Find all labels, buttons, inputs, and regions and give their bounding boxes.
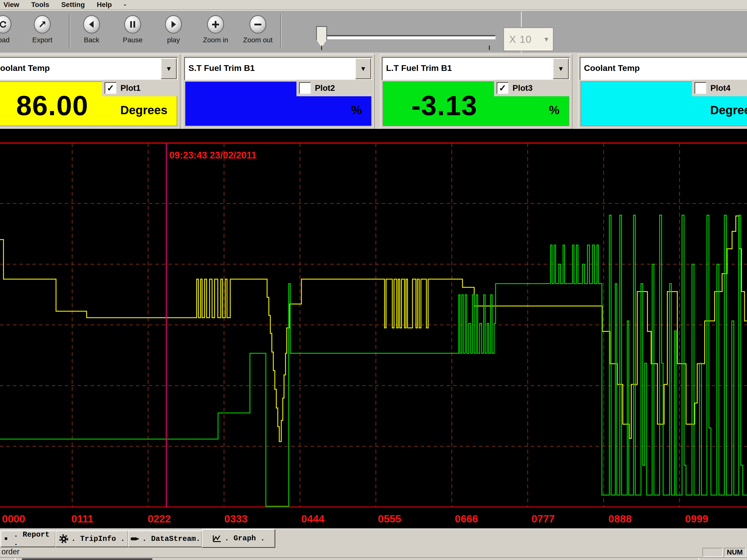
gear-icon	[59, 534, 69, 544]
plus-icon	[211, 19, 221, 29]
back-button[interactable]: Back	[73, 15, 110, 44]
plot-checkbox-label: Plot3	[513, 83, 533, 93]
status-panel-empty	[702, 548, 723, 557]
report-dot-icon	[1, 534, 11, 544]
status-text: order	[1, 547, 19, 556]
tab-graph[interactable]: . Graph .	[202, 529, 275, 548]
parameter-name: L.T Fuel Trim B1	[386, 58, 552, 78]
x-axis-label: 0444	[301, 513, 325, 525]
plot-toggle: Plot4	[692, 80, 747, 96]
button-label: load	[0, 36, 22, 44]
menu-item-help[interactable]: Help	[93, 1, 121, 9]
status-bar: order NUM	[0, 547, 747, 557]
horizontal-scrollbar[interactable]	[0, 557, 747, 560]
minus-icon	[253, 19, 263, 29]
plot-checkbox[interactable]: ✓	[496, 82, 509, 94]
button-label: play	[155, 36, 192, 44]
button-face[interactable]	[165, 15, 182, 33]
x-axis-label: 0222	[148, 513, 171, 525]
menu-item-tools[interactable]: Tools	[28, 1, 58, 9]
x-axis-label: 0666	[455, 513, 478, 525]
button-face[interactable]	[0, 15, 11, 33]
button-label: Pause	[114, 36, 151, 44]
scrollbar-thumb[interactable]	[22, 558, 152, 560]
graph-canvas[interactable]: 09:23:43 23/02/2011000001110222033304440…	[0, 129, 747, 528]
chart-icon	[212, 533, 222, 543]
tab-label: . Report .	[14, 530, 55, 547]
plot-checkbox[interactable]: ✓	[105, 82, 117, 94]
parameter-unit: Degrees	[120, 103, 167, 117]
plot-checkbox[interactable]	[299, 82, 311, 94]
x-axis-label: 0555	[378, 513, 401, 525]
tab-tripinfo[interactable]: . TripInfo .	[55, 530, 128, 547]
x-axis-label: 0333	[224, 513, 248, 525]
chevron-down-icon[interactable]: ▼	[161, 58, 177, 79]
parameter-select[interactable]: Coolant Temp▼	[580, 57, 747, 80]
zoom-out-button[interactable]: Zoom out	[239, 15, 277, 44]
plot-toggle: ✓Plot3	[494, 80, 570, 96]
slider-tick-left	[321, 46, 322, 50]
tab-datastream[interactable]: . DataStream.	[128, 530, 202, 547]
plot-panel-row: Coolant Temp▼86.00Degrees✓Plot1S.T Fuel …	[0, 53, 747, 129]
plot-panel-2: S.T Fuel Trim B1▼%Plot2	[182, 54, 374, 129]
x-axis-label: 0888	[608, 513, 632, 525]
parameter-select[interactable]: L.T Fuel Trim B1▼	[382, 57, 570, 80]
button-label: Export	[24, 36, 61, 44]
button-face[interactable]	[83, 15, 100, 33]
menu-item-setting[interactable]: Setting	[58, 1, 93, 9]
toolbar-separator	[69, 14, 70, 48]
timeline-slider-track[interactable]	[324, 35, 496, 39]
menu-item-view[interactable]: View	[0, 1, 28, 9]
toolbar-separator	[280, 14, 282, 48]
tab-report[interactable]: . Report .	[0, 530, 56, 547]
parameter-select[interactable]: Coolant Temp▼	[0, 57, 178, 80]
chevron-down-icon[interactable]: ▼	[541, 35, 552, 43]
divider	[521, 12, 522, 27]
pause-bars-icon	[128, 19, 138, 29]
button-face[interactable]	[250, 15, 266, 33]
plot-checkbox-label: Plot2	[315, 83, 335, 93]
export-arrow-icon	[37, 19, 47, 29]
button-face[interactable]	[34, 15, 51, 33]
reload-arrow-icon	[0, 19, 8, 29]
tab-bar: . Report .. TripInfo .. DataStream.. Gra…	[0, 528, 747, 548]
export-button[interactable]: Export	[24, 15, 61, 44]
button-face[interactable]	[124, 15, 141, 33]
plot-checkbox-label: Plot4	[711, 83, 730, 93]
button-face[interactable]	[207, 15, 224, 33]
button-label: Zoom out	[239, 36, 277, 44]
button-label: Back	[73, 36, 110, 44]
parameter-select[interactable]: S.T Fuel Trim B1▼	[184, 57, 372, 80]
parameter-name: Coolant Temp	[584, 58, 747, 78]
slider-tick-right	[489, 46, 490, 50]
parameter-value: 86.00	[0, 89, 106, 122]
chevron-down-icon[interactable]: ▼	[355, 58, 371, 79]
x-axis-label: 0777	[532, 513, 555, 525]
parameter-unit: Degrees	[710, 103, 747, 117]
button-label: Zoom in	[197, 36, 234, 44]
x-axis-label: 0999	[685, 513, 708, 525]
menu-bar: ViewToolsSettingHelp-	[0, 0, 747, 10]
graph-area[interactable]: 09:23:43 23/02/2011000001110222033304440…	[0, 129, 747, 528]
parameter-name: S.T Fuel Trim B1	[188, 58, 354, 78]
timeline-slider-thumb[interactable]	[316, 26, 327, 48]
tab-label: . DataStream.	[142, 535, 200, 543]
plot-panel-4: Coolant Temp▼DegreesPlot4	[578, 54, 747, 129]
chevron-down-icon[interactable]: ▼	[553, 58, 569, 79]
plot-toggle: ✓Plot1	[102, 80, 178, 96]
parameter-unit: %	[549, 103, 560, 117]
play-triangle-icon	[169, 19, 178, 29]
load-button[interactable]: load	[0, 15, 22, 44]
play-button[interactable]: play	[155, 15, 192, 44]
cursor-timestamp: 09:23:43 23/02/2011	[169, 150, 257, 160]
parameter-name: Coolant Temp	[0, 58, 160, 78]
zoom-in-button[interactable]: Zoom in	[197, 15, 234, 44]
plot-checkbox[interactable]	[694, 82, 706, 94]
zoom-factor-select[interactable]: X 10 ▼	[504, 28, 553, 51]
stream-icon	[130, 534, 140, 544]
zoom-factor-value: X 10	[505, 34, 541, 45]
tab-label: . Graph .	[225, 534, 265, 542]
pause-button[interactable]: Pause	[114, 15, 151, 44]
trace-l-t-fuel-trim-b1-plot3-	[0, 215, 747, 506]
menu-item-[interactable]: -	[120, 1, 134, 9]
